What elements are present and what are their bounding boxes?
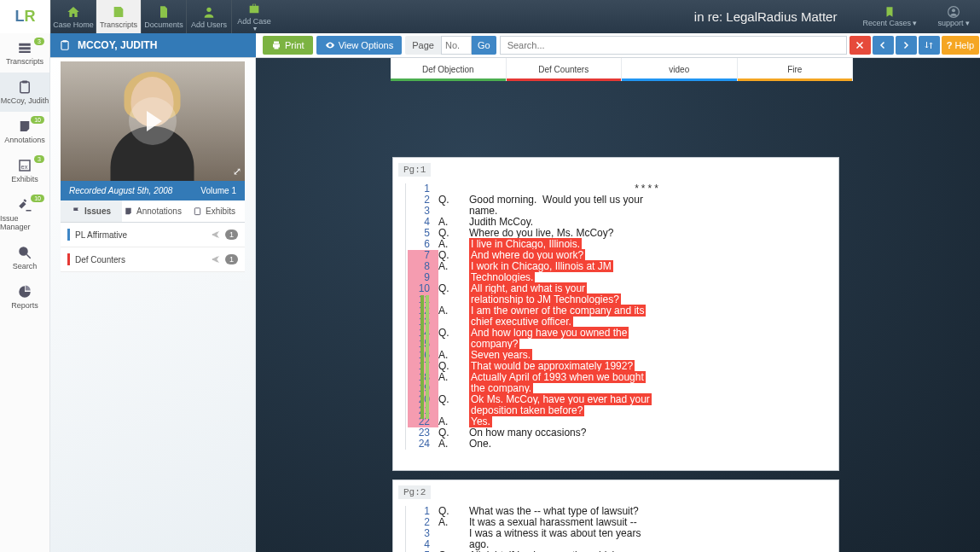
svg-point-10	[20, 247, 27, 255]
expand-icon[interactable]: ⤢	[233, 166, 241, 177]
nav-transcripts[interactable]: Transcripts	[96, 0, 141, 33]
print-icon	[271, 40, 281, 50]
transcript-page-1[interactable]: Pg:1 1**** 2Q.Good morning. Would you te…	[392, 157, 839, 471]
transcript-page-2[interactable]: Pg:2 1Q.What was the -- what type of law…	[392, 479, 839, 552]
svg-rect-4	[19, 47, 31, 49]
sidebar-search[interactable]: Search	[0, 238, 49, 277]
view-options-button[interactable]: View Options	[316, 36, 403, 55]
video-thumbnail[interactable]: ⤢	[61, 61, 245, 181]
svg-point-0	[206, 7, 211, 11]
search-icon	[15, 245, 34, 260]
nav-case-home[interactable]: Case Home	[50, 0, 96, 33]
print-button[interactable]: Print	[263, 36, 313, 55]
recent-cases[interactable]: Recent Cases ▾	[852, 6, 927, 27]
svg-rect-6	[20, 82, 30, 93]
sidebar-issue-manager[interactable]: 10Issue Manager	[0, 190, 49, 238]
sidebar-annotations[interactable]: 10Annotations	[0, 112, 49, 151]
chevron-right-icon	[901, 40, 911, 50]
close-button[interactable]	[850, 36, 871, 55]
sidebar-exhibits[interactable]: ex3Exhibits	[0, 151, 49, 190]
tag-icon: ⮜	[212, 255, 220, 264]
sidebar-deponent[interactable]: McCoy, Judith	[0, 73, 49, 112]
svg-point-2	[952, 9, 955, 12]
top-tab-def-objection[interactable]: Def Objection	[391, 58, 507, 81]
top-tab-video[interactable]: video	[622, 58, 738, 81]
svg-rect-11	[61, 41, 68, 49]
tag-icon: ⮜	[212, 230, 220, 240]
help-button[interactable]: ?Help	[942, 36, 979, 55]
page-label: Pg:2	[398, 485, 431, 499]
flag-icon	[72, 206, 81, 216]
play-icon[interactable]	[129, 97, 177, 145]
sort-icon	[924, 40, 934, 50]
sidebar-reports[interactable]: Reports	[0, 277, 49, 317]
svg-rect-7	[22, 81, 27, 84]
recorded-bar: Recorded August 5th, 2008Volume 1	[61, 181, 245, 200]
documents-icon	[156, 5, 171, 19]
top-tab-fire[interactable]: Fire	[738, 58, 854, 81]
search-input[interactable]	[500, 36, 847, 55]
detail-tab-exhibits[interactable]: Exhibits	[183, 200, 245, 222]
transcript-header: MCCOY, JUDITH	[50, 33, 256, 57]
chart-icon	[15, 284, 34, 299]
issue-item[interactable]: PL Affirmative⮜1	[61, 223, 245, 247]
avatar-icon	[947, 6, 960, 18]
page-input[interactable]	[441, 36, 472, 55]
ex-icon: ex	[15, 158, 34, 173]
detail-tab-annotations[interactable]: Annotations	[122, 200, 183, 222]
transcript-icon	[111, 5, 126, 19]
note-icon	[124, 206, 133, 216]
detail-tab-issues[interactable]: Issues	[61, 200, 122, 222]
user-icon	[201, 5, 217, 19]
top-tab-def-counters[interactable]: Def Counters	[507, 58, 623, 81]
nav-add-users[interactable]: Add Users	[186, 0, 231, 33]
clip-icon	[15, 79, 34, 95]
go-button[interactable]: Go	[472, 36, 496, 55]
prev-button[interactable]	[873, 36, 894, 55]
nav-add-case[interactable]: Add Case▼	[231, 0, 276, 33]
matter-title: in re: LegalRadius Matter	[694, 9, 838, 24]
sidebar-transcripts[interactable]: 3Transcripts	[0, 33, 49, 73]
logo[interactable]: LR	[0, 0, 50, 33]
stack-icon	[15, 40, 34, 55]
bookmark-icon	[883, 6, 896, 18]
eye-icon	[325, 40, 335, 50]
annotation-bar[interactable]	[420, 295, 424, 419]
chevron-left-icon	[878, 40, 888, 50]
svg-rect-3	[19, 44, 31, 46]
nav-documents[interactable]: Documents	[141, 0, 186, 33]
svg-rect-5	[19, 51, 31, 53]
page-label: Page	[405, 36, 441, 55]
home-icon	[66, 5, 81, 19]
next-button[interactable]	[896, 36, 917, 55]
svg-rect-12	[63, 40, 67, 42]
clip-icon	[59, 39, 71, 51]
user-menu[interactable]: support ▾	[927, 6, 980, 27]
briefcase-icon	[246, 2, 262, 15]
svg-text:ex: ex	[21, 163, 28, 171]
svg-rect-13	[194, 208, 200, 215]
page-label: Pg:1	[398, 163, 431, 177]
sort-button[interactable]	[919, 36, 940, 55]
issue-item[interactable]: Def Counters⮜1	[61, 247, 245, 272]
close-icon	[855, 40, 865, 50]
clip-icon	[193, 206, 202, 216]
annotation-bar[interactable]	[426, 295, 429, 419]
